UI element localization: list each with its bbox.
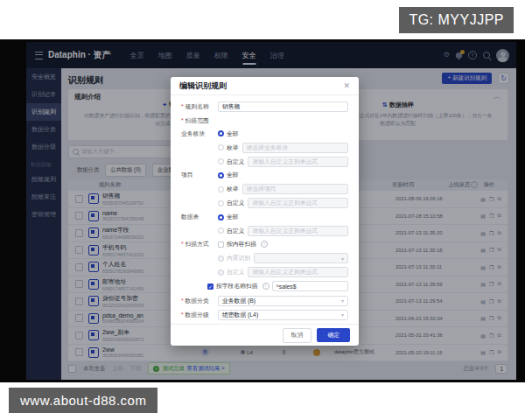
tg-watermark: TG: MYYJJPP — [399, 7, 514, 33]
builtin-radio[interactable] — [218, 256, 224, 262]
chevron-down-icon — [341, 256, 344, 262]
content-custom-input[interactable]: 请输入自定义正则表达式 — [248, 267, 348, 277]
project-all-radio[interactable] — [218, 172, 224, 178]
data-class-label: 数据分类 — [181, 297, 218, 305]
dataphin-app: Dataphin · 资产 全景 地图 质量 权限 安全 治理 ? 安全概览 识… — [26, 42, 516, 380]
project-label: 项目 — [181, 171, 218, 179]
content-custom-radio[interactable] — [218, 270, 224, 276]
confirm-button[interactable]: 确定 — [317, 328, 350, 342]
data-class-select[interactable]: 业务数据 (B) — [218, 296, 348, 306]
rule-name-input[interactable]: 销售额 — [218, 102, 348, 112]
data-grade-label: 数据分级 — [181, 311, 218, 319]
modal-header: 编辑识别规则 ✕ — [171, 77, 359, 95]
biz-all-radio[interactable] — [218, 130, 224, 136]
field-pattern-input[interactable]: ^sales$ — [272, 281, 348, 291]
chevron-down-icon — [341, 298, 344, 304]
project-enum-radio[interactable] — [218, 186, 224, 192]
biz-custom-input[interactable]: 请输入自定义正则表达式 — [248, 157, 348, 167]
chevron-down-icon — [341, 312, 344, 318]
data-grade-select[interactable]: 绝密数据 (L4) — [218, 310, 348, 320]
info-icon — [262, 283, 270, 290]
table-custom-radio[interactable] — [218, 228, 224, 234]
biz-enum-radio[interactable] — [218, 144, 224, 150]
project-custom-radio[interactable] — [218, 200, 224, 206]
modal-body: 规则名称 销售额 扫描范围 业务板块 全部 枚举 请选择业务板块 — [171, 95, 359, 324]
table-custom-input[interactable]: 请输入自定义正则表达式 — [248, 226, 348, 236]
info-icon — [261, 241, 268, 248]
scan-method-label: 扫描方式 — [181, 240, 218, 248]
table-all-radio[interactable] — [218, 214, 224, 220]
modal-title: 编辑识别规则 — [179, 80, 227, 92]
site-watermark: www.about-d88.com — [9, 388, 158, 413]
project-enum-select[interactable]: 请选择项目 — [242, 184, 348, 194]
close-icon[interactable]: ✕ — [343, 81, 350, 90]
biz-enum-select[interactable]: 请选择业务板块 — [242, 143, 348, 153]
data-table-label: 数据表 — [181, 213, 218, 221]
edit-rule-modal: 编辑识别规则 ✕ 规则名称 销售额 扫描范围 业务板块 全部 — [171, 77, 359, 346]
builtin-select[interactable] — [254, 253, 348, 263]
scan-scope-label: 扫描范围 — [181, 116, 218, 125]
cancel-button[interactable]: 取消 — [283, 328, 312, 343]
rule-name-label: 规则名称 — [181, 102, 218, 111]
biz-section-label: 业务板块 — [181, 130, 218, 138]
project-custom-input[interactable]: 请输入自定义正则表达式 — [248, 198, 348, 208]
biz-custom-radio[interactable] — [218, 158, 224, 164]
by-content-checkbox[interactable] — [218, 242, 224, 248]
modal-footer: 取消 确定 — [171, 324, 359, 346]
by-field-checkbox[interactable] — [207, 284, 214, 290]
screenshot-frame: Dataphin · 资产 全景 地图 质量 权限 安全 治理 ? 安全概览 识… — [0, 39, 525, 382]
